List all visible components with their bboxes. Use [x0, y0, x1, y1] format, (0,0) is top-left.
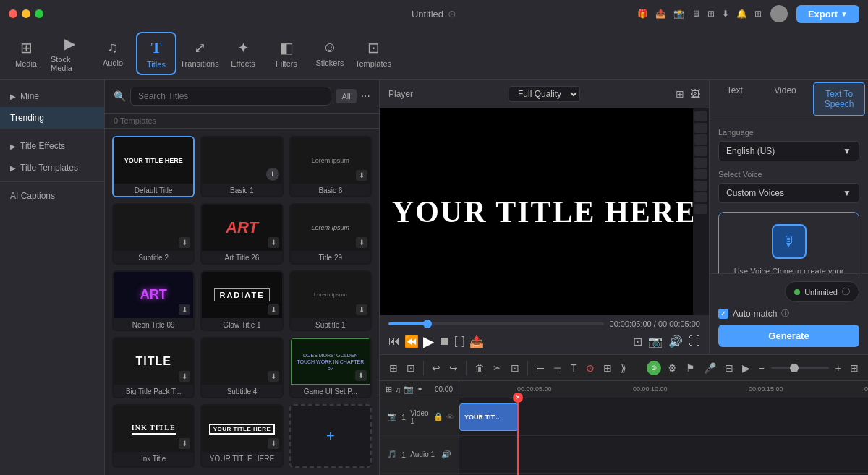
progress-handle[interactable]	[423, 320, 432, 328]
bell-icon[interactable]: 🔔	[736, 9, 747, 19]
gift-icon[interactable]: 🎁	[637, 9, 648, 19]
title-card-glow1[interactable]: RADIATE ⬇ Glow Title 1	[200, 270, 283, 332]
title-card-stamp[interactable]: YOUR TITLE HERE ⬇ YOUR TITLE HERE	[200, 404, 283, 468]
auto-match-info-icon[interactable]: ⓘ	[781, 308, 789, 319]
title-card-subtitle1[interactable]: Lorem ipsum ⬇ Subtitle 1	[289, 270, 372, 332]
tl-flag-button[interactable]: ⚑	[684, 360, 697, 376]
tl-zoom-handle[interactable]	[790, 364, 799, 372]
sidebar-item-mine[interactable]: ▶ Mine	[0, 85, 104, 107]
voice-select[interactable]: Custom Voices ▼	[718, 183, 859, 203]
tab-tts[interactable]: Text To Speech	[813, 82, 865, 116]
tl-undo-button[interactable]: ↩	[430, 360, 443, 376]
tl-redo-button[interactable]: ↪	[447, 360, 460, 376]
title-card-bigtitle[interactable]: TITLE ⬇ Big Title Pack T...	[112, 337, 195, 398]
search-input[interactable]	[130, 87, 331, 106]
tl-scene-toggle[interactable]: ⊞	[386, 385, 392, 394]
progress-bar[interactable]	[388, 322, 604, 325]
share-icon[interactable]: 📤	[655, 9, 666, 19]
toolbar-item-effects[interactable]: ✦ Effects	[223, 32, 263, 75]
timeline-clip-title[interactable]: YOUR TIT...	[459, 403, 519, 431]
toolbar-item-stickers[interactable]: ☺ Stickers	[310, 32, 350, 75]
tl-zoom-out-button[interactable]: −	[757, 360, 767, 376]
volume-button[interactable]: 🔊	[668, 335, 683, 348]
title-card-title29[interactable]: Lorem Ipsum ⬇ Title 29	[289, 203, 372, 265]
tl-delete-button[interactable]: 🗑	[472, 360, 487, 376]
skip-back-button[interactable]: ⏮	[388, 335, 400, 348]
title-card-gameui[interactable]: DOES MORS' GOLDEN TOUCH WORK IN CHAPTER …	[289, 337, 372, 398]
bracket-end-button[interactable]: ]	[461, 335, 464, 348]
toolbar-item-templates[interactable]: ⊡ Templates	[353, 32, 393, 75]
toolbar-item-transitions[interactable]: ⤢ Transitions	[179, 32, 220, 75]
export-button[interactable]: Export ▼	[796, 5, 859, 23]
play-button[interactable]: ▶	[423, 333, 434, 350]
tl-split-button[interactable]: ⊢	[534, 360, 547, 376]
tl-zoom-slider[interactable]	[771, 367, 829, 369]
player-quality-select[interactable]: Full Quality	[509, 86, 580, 102]
sidebar-item-title-templates[interactable]: ▶ Title Templates	[0, 157, 104, 179]
more-options-button[interactable]: ···	[361, 90, 370, 103]
title-card-subtitle4[interactable]: ⬇ Subtitle 4	[200, 337, 283, 398]
track-lock-button[interactable]: 🔒	[433, 412, 443, 421]
title-card-subtitle2[interactable]: ⬇ Subtitle 2	[112, 203, 195, 265]
picture-in-picture-button[interactable]: ⊡	[633, 335, 642, 348]
share-player-button[interactable]: 📤	[469, 335, 484, 348]
monitor-icon[interactable]: 🖥	[692, 9, 700, 19]
fullscreen-player-button[interactable]: ⛶	[689, 335, 700, 348]
unlimited-button[interactable]: Unlimited ⓘ	[785, 281, 859, 302]
sidebar-item-trending[interactable]: Trending	[0, 107, 104, 129]
title-card-basic1[interactable]: + Basic 1	[200, 136, 283, 197]
tl-text-button[interactable]: T	[569, 360, 579, 376]
title-card-more[interactable]: +	[289, 404, 372, 468]
camera-icon[interactable]: 📸	[673, 9, 684, 19]
sidebar-item-title-effects[interactable]: ▶ Title Effects	[0, 135, 104, 157]
track-eye-button[interactable]: 👁	[446, 412, 454, 421]
title-card-art26[interactable]: ART ⬇ Art Title 26	[200, 203, 283, 265]
tl-mic-button[interactable]: 🎤	[702, 360, 718, 376]
tl-more-button[interactable]: ⊞	[601, 360, 614, 376]
frame-back-button[interactable]: ⏪	[404, 335, 419, 348]
tl-ai-button[interactable]: ✦	[417, 385, 423, 394]
toolbar-item-filters[interactable]: ◧ Filters	[266, 32, 307, 75]
fullscreen-button[interactable]	[35, 9, 43, 18]
timeline-cursor[interactable]: ✕	[517, 398, 519, 475]
tl-caption-button[interactable]: ⊟	[723, 360, 736, 376]
tl-settings-button[interactable]: ⊙	[647, 361, 661, 375]
minimize-button[interactable]	[22, 9, 30, 18]
toolbar-item-audio[interactable]: ♫ Audio	[93, 32, 133, 75]
voice-clone-icon[interactable]: 🎙	[772, 224, 807, 259]
toolbar-item-stock[interactable]: ▶ Stock Media	[49, 32, 90, 75]
stop-button[interactable]: ⏹	[438, 335, 450, 348]
title-card-neon09[interactable]: ART ⬇ Neon Title 09	[112, 270, 195, 332]
tl-expand-button[interactable]: ⟫	[618, 360, 629, 376]
add-basic1-button[interactable]: +	[266, 168, 279, 181]
audio-track-volume[interactable]: 🔊	[441, 450, 451, 459]
tl-scene-button[interactable]: ⊞	[387, 360, 400, 376]
screenshot-button[interactable]: 📷	[648, 335, 663, 348]
tab-video[interactable]: Video	[760, 80, 811, 119]
generate-button[interactable]: Generate	[718, 325, 859, 347]
avatar[interactable]	[770, 5, 788, 22]
title-card-ink[interactable]: INK TITLE ⬇ Ink Title	[112, 404, 195, 468]
tl-merge-button[interactable]: ⊣	[551, 360, 564, 376]
tl-video-button[interactable]: ▶	[740, 360, 752, 376]
tl-zoom-in-button[interactable]: +	[833, 360, 843, 376]
download-icon[interactable]: ⬇	[722, 9, 729, 19]
media-view-button[interactable]: 🖼	[690, 88, 700, 100]
language-select[interactable]: English (US) ▼	[718, 141, 859, 161]
tl-audio-toggle[interactable]: ♫	[395, 385, 401, 394]
bracket-start-button[interactable]: [	[454, 335, 457, 348]
apps-icon[interactable]: ⊞	[754, 9, 762, 19]
tl-crop-button[interactable]: ⊡	[509, 360, 522, 376]
grid-icon[interactable]: ⊞	[707, 9, 715, 19]
title-card-default[interactable]: YOUR TITLE HERE Default Title	[112, 136, 195, 197]
tl-video-toggle[interactable]: 📷	[404, 385, 414, 394]
filter-all-button[interactable]: All	[336, 89, 356, 103]
tl-clip-button[interactable]: ⊡	[404, 360, 417, 376]
tl-options-button[interactable]: ⊞	[848, 360, 861, 376]
unlimited-info-icon[interactable]: ⓘ	[842, 286, 850, 297]
close-button[interactable]	[9, 9, 17, 18]
sidebar-item-ai-captions[interactable]: AI Captions	[0, 185, 104, 207]
tl-cut-button[interactable]: ✂	[491, 360, 504, 376]
tl-record-button[interactable]: ⊙	[584, 360, 597, 376]
tab-text[interactable]: Text	[710, 80, 760, 119]
